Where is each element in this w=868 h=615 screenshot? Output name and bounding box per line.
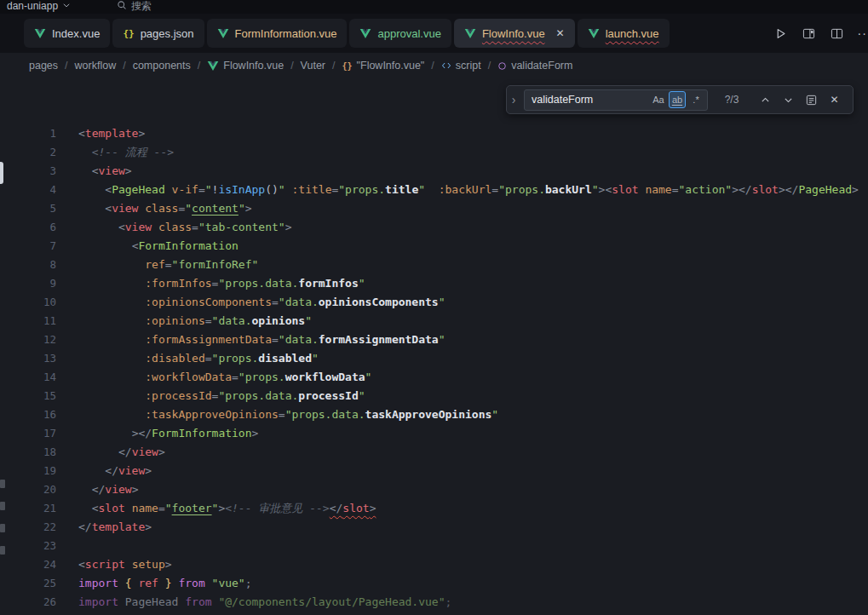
line-number: 2 — [0, 143, 68, 162]
vue-file-icon — [359, 28, 371, 39]
line-number: 4 — [0, 181, 68, 199]
line-content: import PageHead from "@/components/layou… — [68, 593, 451, 612]
line-content: import { ref } from "vue"; — [68, 574, 252, 593]
breadcrumb-separator: / — [65, 60, 67, 72]
find-input[interactable] — [532, 94, 648, 106]
find-input-box: Aa ab .* — [524, 89, 708, 111]
line-content: <!-- 流程 --> — [68, 143, 174, 162]
breadcrumb-label: "FlowInfo.vue" — [357, 60, 425, 72]
close-find-icon[interactable]: ✕ — [825, 90, 844, 110]
code-line-7: 7 <FormInformation — [0, 237, 868, 256]
run-button[interactable] — [772, 25, 789, 42]
sidebar-edge-mark — [0, 546, 5, 555]
code-symbol-icon — [441, 60, 451, 71]
breadcrumb-item-script[interactable]: script — [441, 60, 481, 72]
breadcrumb-separator: / — [332, 60, 335, 72]
code-line-1: 1<template> — [0, 124, 868, 143]
breadcrumb-separator: / — [488, 60, 491, 72]
code-line-5: 5 <view class="content"> — [0, 199, 868, 218]
breadcrumb-label: workflow — [75, 60, 117, 72]
chevron-down-icon — [62, 0, 71, 12]
vue-file-icon — [588, 28, 600, 39]
breadcrumb-item-Vuter[interactable]: Vuter — [301, 60, 325, 72]
tab-FormInformation.vue[interactable]: FormInformation.vue — [207, 19, 348, 48]
sidebar-edge-artifact — [0, 162, 3, 184]
sidebar-edge-mark — [0, 480, 5, 488]
line-content: ref="formInfoRef" — [68, 256, 258, 274]
breadcrumb-item-pages[interactable]: pages — [29, 60, 58, 72]
line-number: 26 — [0, 593, 68, 612]
line-content: </view> — [68, 443, 165, 462]
tab-label: approval.vue — [377, 27, 440, 40]
tab-label: FormInformation.vue — [235, 27, 337, 40]
line-content: <view class="tab-content"> — [68, 218, 291, 237]
vue-file-icon — [217, 28, 229, 39]
close-tab-icon[interactable]: ✕ — [556, 27, 565, 39]
sidebar-edge-mark — [0, 524, 5, 532]
search-label: 搜索 — [131, 0, 152, 14]
line-number: 13 — [0, 349, 68, 368]
line-content: :taskApproveOpinions="props.data.taskApp… — [68, 405, 498, 424]
regex-button[interactable]: .* — [687, 91, 704, 108]
breadcrumb-item-FlowInfo.vue[interactable]: {}"FlowInfo.vue" — [342, 60, 425, 72]
titlebar-search[interactable]: 搜索 — [117, 0, 152, 14]
more-actions-button[interactable]: ··· — [856, 25, 868, 42]
tab-launch.vue[interactable]: launch.vue — [578, 19, 670, 48]
tab-label: launch.vue — [606, 27, 659, 40]
line-content: <script setup> — [68, 555, 172, 574]
customize-layout-button[interactable] — [800, 25, 817, 42]
line-content: <template> — [68, 124, 145, 143]
line-content: :disabled="props.disabled" — [68, 349, 319, 368]
code-line-26: 26import PageHead from "@/components/lay… — [0, 593, 868, 612]
breadcrumb: pages/workflow/components/FlowInfo.vue/V… — [0, 53, 868, 78]
code-line-23: 23 — [0, 537, 868, 555]
line-number: 10 — [0, 293, 68, 312]
breadcrumb-label: components — [133, 60, 191, 72]
breadcrumb-item-FlowInfo.vue[interactable]: FlowInfo.vue — [207, 60, 284, 72]
line-number: 15 — [0, 387, 68, 405]
code-line-15: 15 :processId="props.data.processId" — [0, 387, 868, 405]
line-number: 19 — [0, 462, 68, 480]
line-number: 16 — [0, 405, 68, 424]
whole-word-button[interactable]: ab — [669, 91, 686, 108]
line-content: :processId="props.data.processId" — [68, 387, 365, 405]
line-number: 25 — [0, 574, 68, 593]
breadcrumb-item-components[interactable]: components — [133, 60, 191, 72]
tab-FlowInfo.vue[interactable]: FlowInfo.vue✕ — [454, 19, 575, 48]
editor-window: dan-uniapp 搜索 Index.vue{}pages.jsonFormI… — [0, 0, 868, 615]
code-line-19: 19 </view> — [0, 462, 868, 480]
breadcrumb-separator: / — [431, 60, 434, 72]
tab-approval.vue[interactable]: approval.vue — [349, 19, 451, 48]
line-number: 17 — [0, 424, 68, 443]
toggle-replace-button[interactable]: › — [507, 86, 520, 113]
sidebar-edge-mark — [0, 502, 5, 510]
breadcrumb-label: FlowInfo.vue — [223, 60, 284, 72]
match-case-button[interactable]: Aa — [650, 91, 667, 108]
breadcrumb-separator: / — [198, 60, 200, 72]
split-editor-button[interactable] — [828, 25, 845, 42]
vue-symbol-icon — [207, 60, 219, 72]
breadcrumb-item-workflow[interactable]: workflow — [75, 60, 117, 72]
object-symbol-icon: {} — [342, 61, 353, 71]
breadcrumb-separator: / — [123, 60, 125, 72]
line-number: 14 — [0, 368, 68, 387]
search-icon — [117, 0, 127, 13]
method-symbol-icon — [497, 61, 507, 71]
tab-Index.vue[interactable]: Index.vue — [24, 19, 110, 48]
code-editor[interactable]: 1<template>2 <!-- 流程 -->3 <view>4 <PageH… — [0, 78, 868, 612]
workspace-switcher[interactable]: dan-uniapp — [0, 0, 71, 12]
breadcrumb-separator: / — [290, 60, 293, 72]
code-line-20: 20 </view> — [0, 480, 868, 499]
code-line-8: 8 ref="formInfoRef" — [0, 256, 868, 274]
editor-pane[interactable]: › Aa ab .* ?/3 ✕ 1<template>2 <!-- 流程 --… — [0, 78, 868, 615]
breadcrumb-label: Vuter — [301, 60, 325, 72]
line-number: 1 — [0, 124, 68, 143]
line-number: 9 — [0, 274, 68, 293]
tab-pages.json[interactable]: {}pages.json — [112, 19, 204, 48]
breadcrumb-item-validateForm[interactable]: validateForm — [497, 60, 572, 72]
find-in-selection-button[interactable] — [802, 90, 821, 110]
line-content: :opinionsComponents="data.opinionsCompon… — [68, 293, 445, 312]
previous-match-button[interactable] — [756, 90, 775, 110]
next-match-button[interactable] — [779, 90, 798, 110]
find-widget: › Aa ab .* ?/3 ✕ — [506, 85, 854, 114]
